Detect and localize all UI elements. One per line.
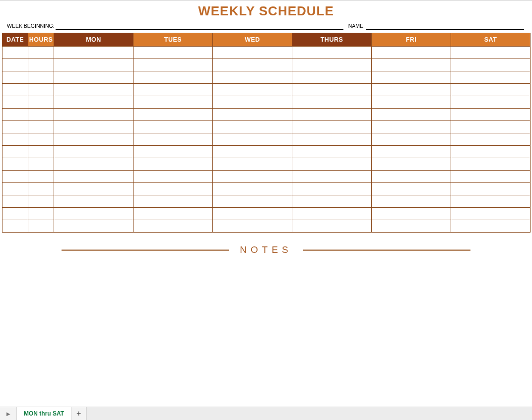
cell[interactable] bbox=[133, 133, 213, 146]
cell[interactable] bbox=[28, 146, 54, 158]
cell[interactable] bbox=[213, 59, 292, 71]
cell[interactable] bbox=[2, 171, 28, 183]
cell[interactable] bbox=[28, 71, 54, 84]
cell[interactable] bbox=[292, 158, 372, 171]
cell[interactable] bbox=[372, 84, 451, 96]
cell[interactable] bbox=[2, 109, 28, 121]
cell[interactable] bbox=[28, 171, 54, 183]
cell[interactable] bbox=[2, 146, 28, 158]
cell[interactable] bbox=[213, 47, 292, 59]
cell[interactable] bbox=[451, 171, 531, 183]
cell[interactable] bbox=[133, 59, 213, 71]
cell[interactable] bbox=[451, 195, 531, 208]
cell[interactable] bbox=[28, 47, 54, 59]
cell[interactable] bbox=[28, 195, 54, 208]
cell[interactable] bbox=[28, 121, 54, 133]
cell[interactable] bbox=[54, 121, 133, 133]
cell[interactable] bbox=[292, 47, 372, 59]
cell[interactable] bbox=[2, 195, 28, 208]
cell[interactable] bbox=[292, 195, 372, 208]
add-sheet-button[interactable]: + bbox=[71, 407, 86, 420]
cell[interactable] bbox=[451, 183, 531, 195]
cell[interactable] bbox=[213, 109, 292, 121]
cell[interactable] bbox=[451, 71, 531, 84]
cell[interactable] bbox=[213, 96, 292, 109]
cell[interactable] bbox=[372, 208, 451, 220]
cell[interactable] bbox=[372, 109, 451, 121]
cell[interactable] bbox=[54, 220, 133, 233]
cell[interactable] bbox=[451, 84, 531, 96]
cell[interactable] bbox=[2, 183, 28, 195]
cell[interactable] bbox=[451, 158, 531, 171]
cell[interactable] bbox=[28, 158, 54, 171]
cell[interactable] bbox=[213, 158, 292, 171]
cell[interactable] bbox=[213, 133, 292, 146]
cell[interactable] bbox=[28, 133, 54, 146]
cell[interactable] bbox=[292, 96, 372, 109]
week-beginning-input[interactable] bbox=[56, 23, 343, 30]
cell[interactable] bbox=[372, 133, 451, 146]
cell[interactable] bbox=[292, 84, 372, 96]
cell[interactable] bbox=[451, 208, 531, 220]
cell[interactable] bbox=[54, 171, 133, 183]
cell[interactable] bbox=[133, 47, 213, 59]
cell[interactable] bbox=[372, 183, 451, 195]
cell[interactable] bbox=[372, 195, 451, 208]
cell[interactable] bbox=[292, 121, 372, 133]
cell[interactable] bbox=[54, 59, 133, 71]
cell[interactable] bbox=[372, 59, 451, 71]
cell[interactable] bbox=[451, 133, 531, 146]
cell[interactable] bbox=[292, 183, 372, 195]
cell[interactable] bbox=[213, 121, 292, 133]
cell[interactable] bbox=[451, 121, 531, 133]
cell[interactable] bbox=[372, 47, 451, 59]
cell[interactable] bbox=[28, 220, 54, 233]
cell[interactable] bbox=[292, 208, 372, 220]
cell[interactable] bbox=[28, 59, 54, 71]
cell[interactable] bbox=[372, 121, 451, 133]
cell[interactable] bbox=[133, 121, 213, 133]
cell[interactable] bbox=[54, 47, 133, 59]
sheet-tab-active[interactable]: MON thru SAT bbox=[17, 407, 71, 420]
cell[interactable] bbox=[2, 59, 28, 71]
cell[interactable] bbox=[213, 220, 292, 233]
cell[interactable] bbox=[292, 71, 372, 84]
cell[interactable] bbox=[213, 84, 292, 96]
cell[interactable] bbox=[451, 220, 531, 233]
cell[interactable] bbox=[133, 96, 213, 109]
cell[interactable] bbox=[213, 171, 292, 183]
cell[interactable] bbox=[133, 208, 213, 220]
cell[interactable] bbox=[2, 133, 28, 146]
cell[interactable] bbox=[2, 158, 28, 171]
cell[interactable] bbox=[2, 47, 28, 59]
cell[interactable] bbox=[133, 146, 213, 158]
cell[interactable] bbox=[372, 146, 451, 158]
cell[interactable] bbox=[213, 146, 292, 158]
cell[interactable] bbox=[133, 195, 213, 208]
cell[interactable] bbox=[133, 171, 213, 183]
cell[interactable] bbox=[28, 109, 54, 121]
cell[interactable] bbox=[54, 158, 133, 171]
cell[interactable] bbox=[292, 146, 372, 158]
cell[interactable] bbox=[213, 183, 292, 195]
cell[interactable] bbox=[451, 146, 531, 158]
cell[interactable] bbox=[292, 220, 372, 233]
cell[interactable] bbox=[451, 59, 531, 71]
cell[interactable] bbox=[2, 96, 28, 109]
cell[interactable] bbox=[133, 109, 213, 121]
cell[interactable] bbox=[2, 121, 28, 133]
cell[interactable] bbox=[133, 71, 213, 84]
cell[interactable] bbox=[28, 84, 54, 96]
cell[interactable] bbox=[133, 84, 213, 96]
cell[interactable] bbox=[2, 71, 28, 84]
cell[interactable] bbox=[28, 183, 54, 195]
cell[interactable] bbox=[28, 208, 54, 220]
cell[interactable] bbox=[213, 195, 292, 208]
cell[interactable] bbox=[2, 220, 28, 233]
cell[interactable] bbox=[133, 158, 213, 171]
cell[interactable] bbox=[54, 133, 133, 146]
cell[interactable] bbox=[2, 208, 28, 220]
cell[interactable] bbox=[292, 171, 372, 183]
cell[interactable] bbox=[451, 47, 531, 59]
cell[interactable] bbox=[213, 208, 292, 220]
